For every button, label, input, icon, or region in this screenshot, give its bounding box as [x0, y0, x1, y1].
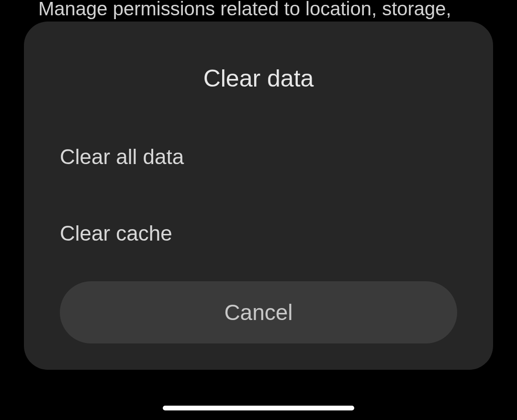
cancel-button[interactable]: Cancel: [60, 281, 457, 343]
clear-cache-option[interactable]: Clear cache: [24, 221, 493, 245]
clear-data-dialog: Clear data Clear all data Clear cache Ca…: [24, 22, 493, 370]
home-indicator[interactable]: [163, 406, 354, 410]
clear-all-data-option[interactable]: Clear all data: [24, 145, 493, 169]
dialog-title: Clear data: [24, 65, 493, 92]
